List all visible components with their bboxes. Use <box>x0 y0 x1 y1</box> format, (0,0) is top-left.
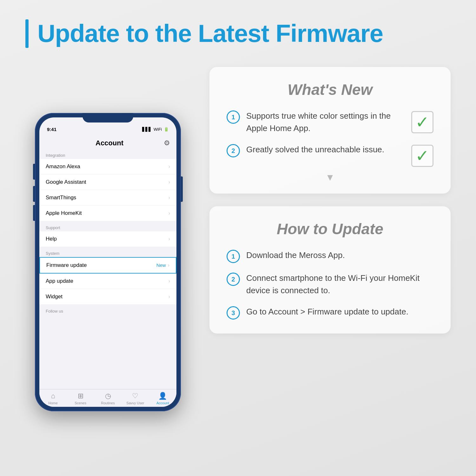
item-label: Help <box>46 236 57 242</box>
tab-bar: ⌂ Home ⊞ Scenes ◷ Routines ♡ <box>39 389 176 407</box>
how-step-number-1: 1 <box>227 250 240 263</box>
down-arrow <box>227 172 433 183</box>
app-screen-title: Account <box>55 139 164 147</box>
item-label: Firmware update <box>46 262 87 268</box>
how-step-text-3: Go to Account > Firmware update to updat… <box>246 306 433 318</box>
savvy-icon: ♡ <box>132 392 138 400</box>
whats-new-title: What's New <box>227 81 433 98</box>
whats-new-card: What's New 1 Supports true white color s… <box>209 67 451 194</box>
chevron-icon: › <box>169 164 170 169</box>
page-header: Update to the Latest Firmware <box>25 19 451 48</box>
signal-icon: ▋▋▋ <box>142 127 152 132</box>
tab-scenes-label: Scenes <box>75 401 86 405</box>
chevron-icon: › <box>169 179 170 185</box>
tab-home[interactable]: ⌂ Home <box>39 392 67 405</box>
item-label: Apple HomeKit <box>46 210 82 216</box>
chevron-icon: › <box>169 294 170 300</box>
tab-scenes[interactable]: ⊞ Scenes <box>67 392 94 405</box>
section-system-header: System <box>39 249 176 257</box>
tab-savvy-label: Savvy User <box>126 401 144 405</box>
chevron-icon: › <box>169 278 170 284</box>
whats-new-item-2: 2 Greatly solved the unreachable issue. … <box>227 143 433 167</box>
list-item-appupdate[interactable]: App update › <box>39 274 176 289</box>
home-icon: ⌂ <box>51 392 55 400</box>
routines-icon: ◷ <box>105 392 111 400</box>
follow-us-label: Follow us <box>39 307 176 315</box>
item-right: New › <box>156 262 169 268</box>
tab-home-label: Home <box>49 401 58 405</box>
item-label: Google Assistant <box>46 179 86 185</box>
step-number-2: 2 <box>227 144 240 157</box>
chevron-icon: › <box>169 195 170 201</box>
status-icons: ▋▋▋ WiFi 🔋 <box>142 127 169 132</box>
list-item-smartthings[interactable]: SmartThings › <box>39 190 176 206</box>
list-item-widget[interactable]: Widget › <box>39 289 176 304</box>
header-accent-bar <box>25 19 29 48</box>
item-label: Widget <box>46 294 63 300</box>
how-to-item-2: 2 Connect smartphone to the Wi-Fi your H… <box>227 272 433 297</box>
item-label: App update <box>46 278 73 284</box>
list-item-alexa[interactable]: Amazon Alexa › <box>39 159 176 175</box>
whats-new-list: 1 Supports true white color settings in … <box>227 110 433 167</box>
check-mark-1: ✓ <box>415 114 429 130</box>
check-box-1: ✓ <box>411 111 433 133</box>
support-group: Help › <box>39 231 176 247</box>
right-panel: What's New 1 Supports true white color s… <box>209 67 451 457</box>
main-content: 9:41 ▋▋▋ WiFi 🔋 Account ⚙ <box>25 67 451 457</box>
chevron-icon: › <box>168 262 169 268</box>
how-to-item-1: 1 Download the Meross App. <box>227 249 433 263</box>
settings-icon[interactable]: ⚙ <box>164 139 170 147</box>
tab-account-label: Account <box>156 401 169 405</box>
how-step-number-3: 3 <box>227 306 240 320</box>
status-time: 9:41 <box>47 127 56 132</box>
tab-routines-label: Routines <box>101 401 115 405</box>
tab-account[interactable]: 👤 Account <box>149 392 176 405</box>
how-to-update-list: 1 Download the Meross App. 2 Connect sma… <box>227 249 433 320</box>
badge-new: New <box>156 262 166 268</box>
page-title: Update to the Latest Firmware <box>37 19 383 48</box>
whats-new-item-1: 1 Supports true white color settings in … <box>227 110 433 135</box>
how-step-number-2: 2 <box>227 273 240 286</box>
how-to-item-3: 3 Go to Account > Firmware update to upd… <box>227 306 433 320</box>
check-box-2: ✓ <box>411 145 433 167</box>
wifi-icon: WiFi <box>154 127 162 132</box>
phone-mockup: 9:41 ▋▋▋ WiFi 🔋 Account ⚙ <box>35 113 181 411</box>
battery-icon: 🔋 <box>164 127 169 132</box>
section-support-header: Support <box>39 223 176 231</box>
step-text-2: Greatly solved the unreachable issue. <box>246 143 405 156</box>
step-number-1: 1 <box>227 110 240 124</box>
app-header: Account ⚙ <box>39 136 176 151</box>
check-mark-2: ✓ <box>415 148 429 164</box>
account-icon: 👤 <box>158 392 167 400</box>
how-step-text-1: Download the Meross App. <box>246 249 433 261</box>
chevron-icon: › <box>169 236 170 242</box>
integration-group: Amazon Alexa › Google Assistant › SmartT… <box>39 159 176 221</box>
list-item-firmware[interactable]: Firmware update New › <box>39 257 176 274</box>
how-to-update-card: How to Update 1 Download the Meross App.… <box>209 206 451 334</box>
section-integration-header: Integration <box>39 151 176 159</box>
list-item-help[interactable]: Help › <box>39 231 176 247</box>
item-label: SmartThings <box>46 195 76 201</box>
tab-routines[interactable]: ◷ Routines <box>94 392 122 405</box>
how-step-text-2: Connect smartphone to the Wi-Fi your Hom… <box>246 272 433 297</box>
tab-savvy[interactable]: ♡ Savvy User <box>122 392 149 405</box>
status-bar: 9:41 ▋▋▋ WiFi 🔋 <box>39 122 176 136</box>
phone-container: 9:41 ▋▋▋ WiFi 🔋 Account ⚙ <box>25 67 190 457</box>
phone-notch <box>83 113 133 122</box>
step-text-1: Supports true white color settings in th… <box>246 110 405 135</box>
item-label: Amazon Alexa <box>46 163 80 170</box>
scenes-icon: ⊞ <box>78 392 83 400</box>
system-group: Firmware update New › App update › <box>39 257 176 304</box>
chevron-icon: › <box>169 210 170 216</box>
how-to-update-title: How to Update <box>227 220 433 238</box>
list-content: Integration Amazon Alexa › Google Assist… <box>39 151 176 389</box>
phone-screen: 9:41 ▋▋▋ WiFi 🔋 Account ⚙ <box>39 117 176 407</box>
list-item-homekit[interactable]: Apple HomeKit › <box>39 206 176 221</box>
list-item-google[interactable]: Google Assistant › <box>39 175 176 190</box>
